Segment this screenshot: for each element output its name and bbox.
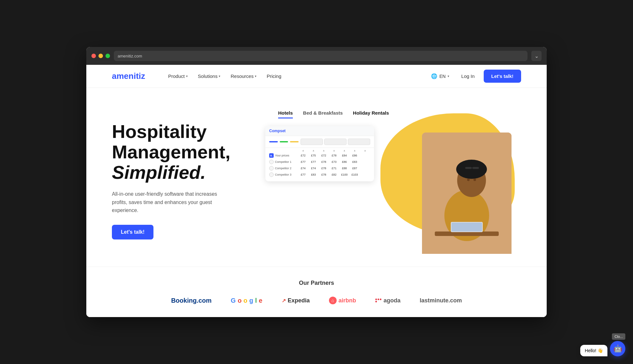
row-label-c3: Competitor 3	[269, 172, 298, 177]
row-label-c2: Competitor 2	[269, 166, 298, 171]
cell-c2-1: £74	[308, 167, 318, 170]
nav-product-label: Product	[168, 73, 185, 79]
dashboard-card: Compset ▲	[265, 126, 374, 181]
svg-point-3	[456, 160, 487, 179]
hero-tab-hotels[interactable]: Hotels	[278, 110, 293, 118]
filter-select-2[interactable]	[324, 139, 347, 145]
filter-select-1[interactable]	[301, 139, 323, 145]
card-table: B. Your prices £72 £75 £72 £78 £84 £86	[265, 153, 374, 181]
login-button[interactable]: Log In	[457, 71, 479, 81]
google-o1: o	[238, 297, 241, 304]
svg-rect-9	[465, 167, 472, 169]
nav-resources-label: Resources	[231, 73, 254, 79]
language-chevron-icon: ▾	[448, 74, 449, 78]
col-header-1: ▲	[298, 149, 308, 152]
hero-tab-bnb[interactable]: Bed & Breakfasts	[303, 110, 343, 118]
person-silhouette	[422, 133, 512, 254]
agoda-dots-icon	[375, 299, 382, 302]
nav-cta-button[interactable]: Let's talk!	[484, 70, 521, 83]
airbnb-icon: ⌂	[329, 297, 337, 304]
globe-icon: 🌐	[431, 73, 437, 79]
person-image	[422, 133, 512, 254]
cell-yours-5: £86	[349, 154, 360, 157]
c2-label: Competitor 2	[275, 167, 292, 170]
language-label: EN	[439, 74, 445, 79]
hero-section: Hospitality Management, Simplified. All-…	[86, 88, 547, 267]
partners-title: Our Partners	[112, 280, 521, 286]
nav-links: Product ▾ Solutions ▾ Resources ▾ Pricin…	[164, 71, 428, 81]
nav-item-pricing[interactable]: Pricing	[263, 71, 285, 81]
cell-yours-3: £78	[329, 154, 339, 157]
svg-point-4	[467, 178, 470, 181]
filter-dot-blue	[269, 141, 278, 142]
partner-booking: Booking.com	[171, 297, 212, 304]
url-input[interactable]	[118, 54, 524, 58]
hero-title-italic: Simplified.	[112, 162, 206, 183]
col-header-4: ▲	[329, 149, 339, 152]
website-content: amenitiz Product ▾ Solutions ▾ Resources…	[86, 65, 547, 317]
card-header: Compset	[265, 126, 374, 136]
cell-yours-4: £84	[339, 154, 349, 157]
c1-label: Competitor 1	[275, 160, 292, 163]
card-col-headers: ▲ ▲ ▲ ▲ ▲ ▲ ▲	[265, 148, 374, 153]
cell-c3-5: £103	[349, 173, 360, 176]
filter-dot-green	[280, 141, 288, 142]
yours-label: Your prices	[275, 154, 289, 157]
nav-item-resources[interactable]: Resources ▾	[227, 71, 260, 81]
cell-c1-2: £78	[319, 160, 329, 163]
solutions-chevron-icon: ▾	[219, 74, 220, 78]
cell-c2-5: £87	[349, 167, 360, 170]
minimize-button[interactable]	[98, 54, 103, 58]
partner-airbnb: ⌂ airbnb	[329, 297, 356, 304]
cell-c3-4: £100	[339, 173, 349, 176]
col-header-3: ▲	[319, 149, 329, 152]
col-header-2: ▲	[308, 149, 318, 152]
nav-item-product[interactable]: Product ▾	[164, 71, 191, 81]
cell-c2-3: £71	[329, 167, 339, 170]
cell-c3-3: £82	[329, 173, 339, 176]
svg-rect-10	[473, 167, 479, 169]
hero-cta-button[interactable]: Let's talk!	[112, 225, 153, 239]
google-g: g	[249, 297, 253, 304]
cell-c1-3: £73	[329, 160, 339, 163]
agoda-dot-4	[375, 301, 377, 302]
logo[interactable]: amenitiz	[112, 71, 145, 81]
expedia-text: Expedia	[288, 297, 310, 304]
browser-nav-button[interactable]: ⌄	[531, 51, 542, 61]
hero-subtitle: All-in-one user-friendly software that i…	[112, 190, 233, 215]
hero-text: Hospitality Management, Simplified. All-…	[112, 121, 265, 239]
google-G: G	[231, 297, 236, 304]
svg-rect-6	[435, 231, 499, 236]
table-row: Competitor 2 £74 £74 £78 £71 £88 £87	[269, 166, 370, 171]
airbnb-text: airbnb	[339, 297, 356, 304]
traffic-lights	[91, 54, 110, 58]
hero-tabs: Hotels Bed & Breakfasts Holiday Rentals	[278, 110, 389, 118]
yours-icon: B.	[269, 153, 274, 158]
close-button[interactable]	[91, 54, 96, 58]
address-bar[interactable]	[114, 51, 528, 61]
card-filter-bar	[265, 136, 374, 148]
maximize-button[interactable]	[106, 54, 110, 58]
resources-chevron-icon: ▾	[255, 74, 256, 78]
partner-agoda: agoda	[375, 297, 401, 304]
cell-c1-5: £83	[349, 160, 360, 163]
hero-visual: Hotels Bed & Breakfasts Holiday Rentals …	[265, 107, 521, 254]
partners-section: Our Partners Booking.com Google ↗ Expedi…	[86, 267, 547, 317]
nav-right: 🌐 EN ▾ Log In Let's talk!	[428, 70, 521, 83]
language-selector[interactable]: 🌐 EN ▾	[428, 71, 452, 81]
partners-logos: Booking.com Google ↗ Expedia ⌂ airbnb	[112, 297, 521, 304]
hero-tab-holiday[interactable]: Holiday Rentals	[353, 110, 389, 118]
cell-c1-1: £77	[308, 160, 318, 163]
filter-select-3[interactable]	[348, 139, 370, 145]
hero-title: Hospitality Management, Simplified.	[112, 121, 265, 182]
nav-item-solutions[interactable]: Solutions ▾	[194, 71, 224, 81]
table-row: B. Your prices £72 £75 £72 £78 £84 £86	[269, 153, 370, 158]
navbar: amenitiz Product ▾ Solutions ▾ Resources…	[86, 65, 547, 88]
expedia-arrow-icon: ↗	[282, 298, 286, 304]
cell-yours-0: £72	[298, 154, 308, 157]
browser-chrome: ⌄	[86, 47, 547, 65]
partner-google: Google	[231, 297, 262, 304]
partner-expedia: ↗ Expedia	[282, 297, 310, 304]
partner-lastminute: lastminute.com	[420, 297, 462, 304]
person-svg	[422, 133, 512, 254]
